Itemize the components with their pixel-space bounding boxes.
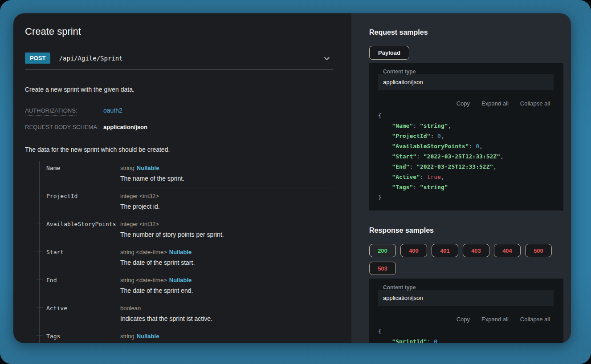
copy-button[interactable]: Copy — [456, 100, 470, 107]
field-nullable: Nullable — [137, 333, 159, 340]
response-tab-503[interactable]: 503 — [369, 262, 396, 275]
operation-column: Create sprint POST /api/Agile/Sprint Cre… — [13, 13, 351, 343]
field-type: integer <int32> — [120, 221, 159, 227]
field-name: Name — [46, 161, 120, 189]
field-type: boolean — [120, 305, 141, 311]
page-title: Create sprint — [25, 26, 333, 37]
expand-all-button[interactable]: Expand all — [481, 316, 509, 323]
field-type: string — [120, 165, 135, 171]
endpoint-row[interactable]: POST /api/Agile/Sprint — [25, 53, 333, 70]
field-row-name: Name stringNullable The name of the spri… — [40, 161, 333, 189]
field-row-start: Start string <date-time>Nullable The dat… — [40, 245, 333, 273]
response-tab-401[interactable]: 401 — [432, 244, 458, 257]
response-sample-code: { "SprintId": 0} — [378, 326, 554, 343]
api-doc-panel: Create sprint POST /api/Agile/Sprint Cre… — [13, 13, 571, 343]
chevron-down-icon[interactable] — [323, 55, 330, 62]
response-tab-400[interactable]: 400 — [400, 244, 427, 257]
page-background: Create sprint POST /api/Agile/Sprint Cre… — [0, 0, 591, 364]
operation-description: Create a new sprint with the given data. — [25, 86, 333, 93]
field-description: The date of the sprint end. — [120, 287, 333, 294]
code-actions: Copy Expand all Collapse all — [378, 100, 550, 107]
field-nullable: Nullable — [169, 249, 192, 255]
field-type: string <date-time> — [120, 249, 167, 255]
samples-column: Request samples Payload Content type app… — [351, 13, 571, 343]
field-type: integer <int32> — [120, 193, 159, 199]
request-body-schema-row: REQUEST BODY SCHEMA: application/json — [25, 124, 333, 136]
request-body-content-type: application/json — [103, 124, 147, 130]
field-name: Tags — [46, 329, 120, 343]
request-sample-code: { "Name": "string", "ProjectId": 0, "Ava… — [378, 110, 554, 202]
response-sample-panel: Content type application/json Copy Expan… — [369, 279, 563, 343]
field-row-tags: Tags stringNullable Sprint tags. — [40, 329, 333, 343]
code-actions: Copy Expand all Collapse all — [378, 316, 550, 323]
request-body-schema-label: REQUEST BODY SCHEMA: — [25, 124, 103, 130]
request-sample-panel: Content type application/json Copy Expan… — [369, 63, 563, 210]
authorizations-label: AUTHORIZATIONS: — [25, 107, 103, 114]
field-description: Indicates that the sprint ist active. — [120, 315, 333, 322]
field-row-projectid: ProjectId integer <int32> The project id… — [40, 189, 333, 217]
schema-fields-tree: Name stringNullable The name of the spri… — [39, 161, 333, 343]
response-code-tabs: 200 400 401 403 404 500 503 — [369, 244, 563, 275]
content-type-select[interactable]: application/json — [378, 74, 554, 90]
http-method-badge: POST — [25, 53, 50, 64]
expand-all-button[interactable]: Expand all — [481, 100, 509, 107]
field-description: The name of the sprint. — [120, 175, 333, 182]
field-name: ProjectId — [46, 189, 120, 217]
field-name: AvailableStoryPoints — [46, 217, 120, 245]
field-row-end: End string <date-time>Nullable The date … — [40, 273, 333, 301]
field-description: The number of story points per sprint. — [120, 231, 333, 238]
field-row-availablestorypoints: AvailableStoryPoints integer <int32> The… — [40, 217, 333, 245]
oauth2-link[interactable]: oauth2 — [103, 107, 122, 114]
request-body-description: The data for the new sprint which should… — [25, 146, 333, 153]
content-type-select[interactable]: application/json — [378, 290, 554, 306]
field-name: Active — [46, 301, 120, 329]
response-tab-500[interactable]: 500 — [525, 244, 552, 257]
collapse-all-button[interactable]: Collapse all — [520, 100, 550, 107]
field-type: string — [120, 333, 135, 340]
endpoint-path: /api/Agile/Sprint — [59, 55, 323, 62]
field-description: The date of the sprint start. — [120, 259, 333, 266]
field-type: string <date-time> — [120, 277, 167, 283]
field-name: End — [46, 273, 120, 301]
copy-button[interactable]: Copy — [456, 316, 470, 323]
authorizations-row: AUTHORIZATIONS: oauth2 — [25, 107, 333, 114]
field-row-active: Active boolean Indicates that the sprint… — [40, 301, 333, 329]
collapse-all-button[interactable]: Collapse all — [520, 316, 550, 323]
response-tab-403[interactable]: 403 — [463, 244, 489, 257]
field-name: Start — [46, 245, 120, 273]
response-tab-404[interactable]: 404 — [494, 244, 521, 257]
field-nullable: Nullable — [169, 277, 192, 283]
request-samples-title: Request samples — [369, 28, 563, 36]
payload-tab[interactable]: Payload — [369, 46, 409, 60]
response-samples-title: Response samples — [369, 226, 563, 235]
field-nullable: Nullable — [137, 165, 159, 171]
field-description: The project id. — [120, 203, 333, 210]
response-tab-200[interactable]: 200 — [369, 244, 396, 257]
